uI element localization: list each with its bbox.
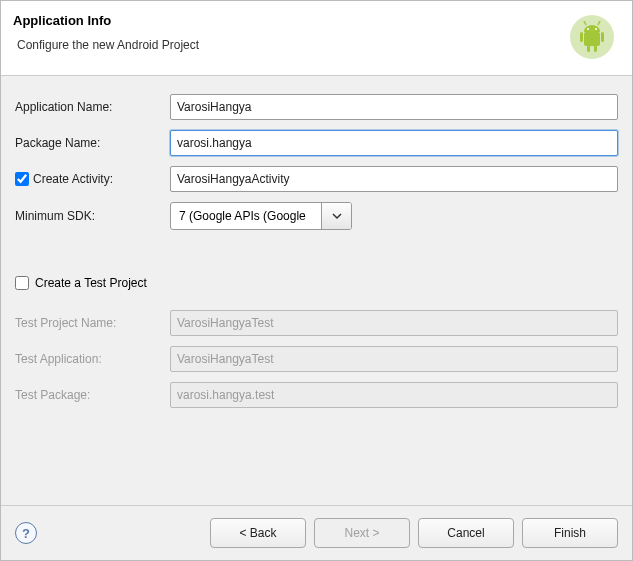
help-icon[interactable]: ? xyxy=(15,522,37,544)
create-activity-label: Create Activity: xyxy=(33,172,113,186)
finish-button[interactable]: Finish xyxy=(522,518,618,548)
test-application-input xyxy=(170,346,618,372)
back-button[interactable]: < Back xyxy=(210,518,306,548)
chevron-down-icon xyxy=(331,210,343,222)
test-package-input xyxy=(170,382,618,408)
test-project-name-input xyxy=(170,310,618,336)
android-icon xyxy=(568,13,616,61)
next-button: Next > xyxy=(314,518,410,548)
wizard-dialog: Application Info Configure the new Andro… xyxy=(0,0,633,561)
create-activity-label-row: Create Activity: xyxy=(15,172,170,186)
create-activity-checkbox[interactable] xyxy=(15,172,29,186)
create-test-project-row: Create a Test Project xyxy=(15,274,618,300)
application-name-label: Application Name: xyxy=(15,100,170,114)
svg-rect-3 xyxy=(601,32,604,42)
dialog-header: Application Info Configure the new Andro… xyxy=(1,1,632,76)
create-activity-input[interactable] xyxy=(170,166,618,192)
test-project-name-label: Test Project Name: xyxy=(15,316,170,330)
svg-rect-5 xyxy=(594,45,597,52)
form-area: Application Name: Package Name: Create A… xyxy=(1,76,632,505)
svg-rect-1 xyxy=(584,32,600,46)
svg-point-8 xyxy=(587,28,589,30)
create-test-project-checkbox[interactable] xyxy=(15,276,29,290)
dialog-subtitle: Configure the new Android Project xyxy=(13,38,199,52)
test-application-label: Test Application: xyxy=(15,352,170,366)
dialog-title: Application Info xyxy=(13,13,199,28)
svg-rect-2 xyxy=(580,32,583,42)
minimum-sdk-value: 7 (Google APIs (Google xyxy=(171,205,321,227)
cancel-button[interactable]: Cancel xyxy=(418,518,514,548)
minimum-sdk-dropdown-button[interactable] xyxy=(321,203,351,229)
dialog-footer: ? < Back Next > Cancel Finish xyxy=(1,505,632,560)
minimum-sdk-select[interactable]: 7 (Google APIs (Google xyxy=(170,202,352,230)
help-glyph: ? xyxy=(22,526,30,541)
header-text-block: Application Info Configure the new Andro… xyxy=(13,13,199,52)
svg-point-9 xyxy=(595,28,597,30)
package-name-label: Package Name: xyxy=(15,136,170,150)
package-name-input[interactable] xyxy=(170,130,618,156)
svg-rect-4 xyxy=(587,45,590,52)
form-grid: Application Name: Package Name: Create A… xyxy=(15,94,618,408)
test-package-label: Test Package: xyxy=(15,388,170,402)
application-name-input[interactable] xyxy=(170,94,618,120)
create-test-project-label: Create a Test Project xyxy=(35,276,147,290)
minimum-sdk-cell: 7 (Google APIs (Google xyxy=(170,202,618,230)
minimum-sdk-label: Minimum SDK: xyxy=(15,209,170,223)
section-spacer xyxy=(15,240,618,264)
